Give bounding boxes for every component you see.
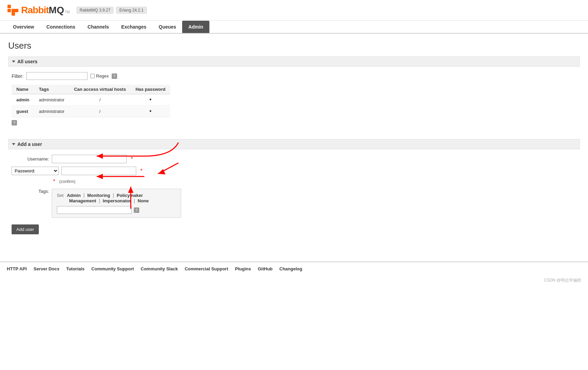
col-has-password: Has password	[131, 85, 170, 94]
erlang-version-badge: Erlang 24.2.1	[116, 7, 146, 14]
tag-none-link[interactable]: None	[138, 198, 149, 203]
table-help-icon[interactable]: ?	[12, 120, 17, 125]
filter-input[interactable]	[26, 72, 88, 80]
col-name: Name	[12, 85, 34, 94]
logo-tm-text: TM	[65, 10, 69, 14]
tags-label: Tags:	[12, 189, 49, 194]
user-admin-password: •	[131, 94, 170, 106]
tag-admin-link[interactable]: Admin	[67, 193, 80, 198]
main-content: Users All users Filter: Regex ? N	[0, 34, 588, 255]
filter-label: Filter:	[12, 73, 23, 79]
tags-row: Tags: Set Admin | Monitoring | Policymak…	[12, 189, 576, 218]
password-input[interactable]	[61, 167, 136, 175]
nav-queues[interactable]: Queues	[153, 21, 182, 33]
nav-exchanges[interactable]: Exchanges	[115, 21, 153, 33]
filter-row: Filter: Regex ?	[12, 72, 576, 80]
logo: Rabbit MQ TM	[7, 4, 70, 16]
footer-github[interactable]: GitHub	[258, 266, 272, 271]
footer-server-docs[interactable]: Server Docs	[34, 266, 60, 271]
nav-channels[interactable]: Channels	[81, 21, 115, 33]
logo-icon	[7, 4, 19, 16]
user-guest-link[interactable]: guest	[16, 109, 28, 114]
all-users-section-body: Filter: Regex ? Name Tags Can access vir…	[8, 67, 580, 131]
user-admin-tags: administrator	[34, 94, 69, 106]
tags-input-row: ?	[57, 206, 176, 214]
user-guest-vhosts: /	[69, 106, 130, 117]
username-row: Username: *	[12, 155, 576, 163]
username-input[interactable]	[52, 155, 127, 163]
all-users-section-title: All users	[17, 59, 37, 64]
svg-rect-2	[12, 9, 15, 12]
confirm-label: (confirm)	[59, 179, 75, 184]
username-label: Username:	[12, 156, 49, 162]
users-table: Name Tags Can access virtual hosts Has p…	[12, 85, 170, 117]
password-row: Password: Hashed password: *	[12, 167, 576, 175]
footer-http-api[interactable]: HTTP API	[7, 266, 27, 271]
footer-commercial-support[interactable]: Commercial Support	[185, 266, 228, 271]
user-admin-vhosts: /	[69, 94, 130, 106]
page-title: Users	[8, 40, 580, 51]
nav-connections[interactable]: Connections	[40, 21, 81, 33]
regex-checkbox[interactable]	[90, 74, 95, 78]
col-virtual-hosts: Can access virtual hosts	[69, 85, 130, 94]
add-user-button[interactable]: Add user	[12, 224, 39, 234]
all-users-section-header[interactable]: All users	[8, 56, 580, 67]
password-type-select[interactable]: Password: Hashed password:	[12, 167, 59, 175]
footer-plugins[interactable]: Plugins	[235, 266, 251, 271]
nav-overview[interactable]: Overview	[7, 21, 40, 33]
tag-management-link[interactable]: Management	[69, 198, 96, 203]
add-user-section: Add a user	[8, 139, 580, 240]
regex-checkbox-label[interactable]: Regex	[90, 73, 109, 79]
username-required-star: *	[131, 156, 133, 162]
table-row: guest administrator / •	[12, 106, 170, 117]
confirm-required-star: *	[53, 179, 55, 185]
footer-tutorials[interactable]: Tutorials	[66, 266, 84, 271]
tag-monitoring-link[interactable]: Monitoring	[87, 193, 110, 198]
logo-mq-text: MQ	[49, 5, 64, 16]
logo-rabbit-text: Rabbit	[21, 5, 49, 16]
table-row: admin administrator / •	[12, 94, 170, 106]
nav-admin[interactable]: Admin	[182, 21, 209, 33]
add-user-section-title: Add a user	[17, 141, 42, 147]
all-users-section: All users Filter: Regex ? Name Tags	[8, 56, 580, 131]
footer-community-support[interactable]: Community Support	[91, 266, 134, 271]
password-required-star: *	[140, 168, 142, 174]
svg-rect-3	[12, 12, 15, 16]
tags-help-icon[interactable]: ?	[134, 207, 139, 213]
version-badges: RabbitMQ 3.9.27 Erlang 24.2.1	[77, 7, 147, 14]
rabbitmq-version-badge: RabbitMQ 3.9.27	[77, 7, 114, 14]
svg-rect-0	[7, 9, 11, 12]
password-confirm-row: * (confirm)	[52, 179, 576, 185]
svg-rect-4	[15, 9, 18, 12]
footer: HTTP API Server Docs Tutorials Community…	[0, 262, 588, 275]
tag-impersonator-link[interactable]: Impersonator	[103, 198, 131, 203]
add-user-section-body: Username: * Password: Hashed password: *…	[8, 149, 580, 240]
collapse-arrow-icon-2	[12, 143, 15, 145]
main-nav: Overview Connections Channels Exchanges …	[0, 21, 588, 34]
col-tags: Tags	[34, 85, 69, 94]
footer-changelog[interactable]: Changelog	[280, 266, 302, 271]
tag-policymaker-link[interactable]: Policymaker	[117, 193, 143, 198]
user-guest-password: •	[131, 106, 170, 117]
tags-set-label: Set	[57, 193, 64, 198]
footer-community-slack[interactable]: Community Slack	[141, 266, 178, 271]
watermark: CSDN @明志学编程	[0, 275, 588, 287]
add-user-section-header[interactable]: Add a user	[8, 139, 580, 149]
collapse-arrow-icon	[12, 61, 15, 63]
tags-container: Set Admin | Monitoring | Policymaker Man…	[52, 189, 181, 218]
tags-input[interactable]	[57, 206, 132, 214]
user-guest-tags: administrator	[34, 106, 69, 117]
filter-help-icon[interactable]: ?	[112, 73, 117, 79]
user-admin-link[interactable]: admin	[16, 97, 29, 102]
regex-label-text: Regex	[96, 73, 109, 79]
svg-rect-1	[7, 5, 11, 8]
header: Rabbit MQ TM RabbitMQ 3.9.27 Erlang 24.2…	[0, 0, 588, 21]
